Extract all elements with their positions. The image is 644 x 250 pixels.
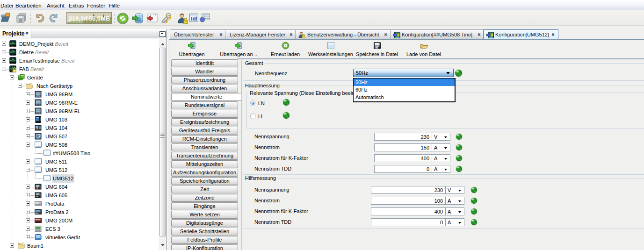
svg-text:219,3/655,5MB: 219,3/655,5MB: [69, 15, 110, 22]
svg-text:GridVis: GridVis: [11, 63, 15, 64]
svg-text:GridVis: GridVis: [11, 54, 15, 56]
svg-text:GridVis: GridVis: [11, 46, 15, 47]
